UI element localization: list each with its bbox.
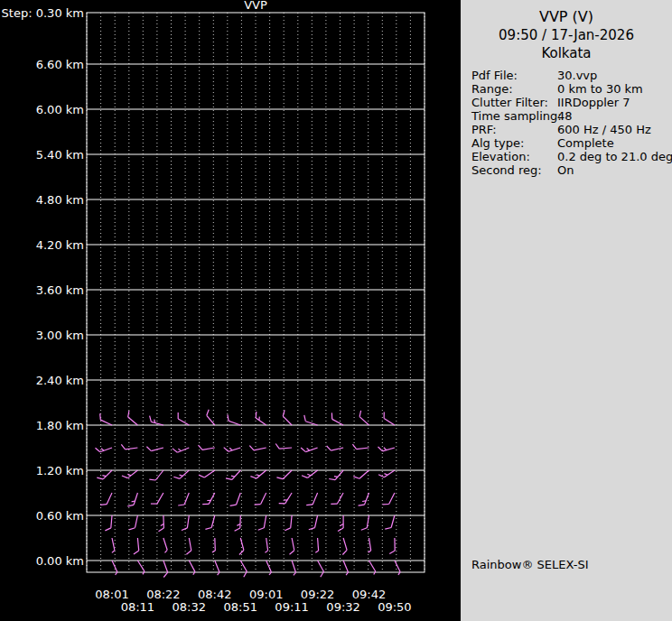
- field-label: Pdf File:: [471, 69, 557, 82]
- wind-barb: [178, 493, 189, 505]
- wind-barb: [290, 538, 294, 554]
- wind-barb: [342, 538, 347, 555]
- y-axis-label: 3.60 km: [36, 283, 84, 297]
- field-label: Clutter Filter:: [471, 96, 557, 109]
- wind-barb: [150, 416, 163, 425]
- wind-barb: [112, 561, 117, 575]
- wind-barb: [292, 561, 295, 575]
- y-axis-label: 6.60 km: [36, 58, 84, 71]
- wind-barb: [384, 412, 395, 425]
- field-value: On: [557, 163, 672, 177]
- wind-barb: [318, 561, 324, 577]
- wind-barb: [249, 446, 266, 450]
- wind-barb: [122, 470, 138, 478]
- y-axis-label: 6.00 km: [36, 103, 84, 116]
- wind-barb: [226, 470, 240, 479]
- wind-barb: [359, 493, 369, 505]
- x-axis-label: 09:32: [326, 600, 359, 614]
- wind-barb: [383, 493, 395, 505]
- wind-barb: [250, 470, 266, 478]
- wind-barb: [199, 445, 215, 450]
- wind-barb: [228, 414, 240, 425]
- wind-barb: [239, 538, 244, 555]
- wind-barb: [256, 412, 266, 425]
- wind-barb: [385, 515, 395, 529]
- x-axis-label: 09:01: [249, 588, 283, 601]
- x-axis-label: 09:11: [275, 600, 308, 614]
- field-label: Second reg:: [471, 163, 557, 177]
- wind-barb: [361, 515, 369, 530]
- x-axis-label: 08:22: [146, 588, 180, 601]
- wind-barb: [97, 470, 112, 479]
- wind-barb: [395, 561, 400, 575]
- vvp-window: 6.60 km6.00 km5.40 km4.80 km4.20 km3.60 …: [0, 0, 672, 621]
- wind-barb: [159, 515, 164, 532]
- wind-barb: [146, 447, 163, 451]
- wind-barb: [378, 447, 395, 451]
- wind-barb: [149, 470, 163, 480]
- field-label: Range:: [471, 82, 557, 96]
- wind-barb: [163, 561, 168, 578]
- wind-barb: [134, 538, 139, 554]
- panel-fields: Pdf File:30.vvpRange:0 km to 30 kmClutte…: [461, 69, 672, 177]
- wind-barb: [279, 493, 292, 504]
- wind-barb: [306, 493, 317, 505]
- x-axis-label: 08:42: [198, 588, 231, 601]
- step-label: Step: 0.30 km: [2, 6, 84, 20]
- wind-barb: [128, 411, 138, 425]
- wind-barb: [230, 493, 241, 505]
- field-value: 600 Hz / 450 Hz: [557, 123, 672, 136]
- wind-barb: [163, 538, 167, 552]
- wind-barb: [301, 448, 318, 452]
- wind-barb: [352, 444, 369, 450]
- wind-barb: [235, 515, 241, 531]
- wind-barb: [353, 470, 369, 478]
- wind-barb: [151, 493, 163, 504]
- field-value: 0 km to 30 km: [557, 82, 672, 96]
- y-axis-label: 0.00 km: [36, 554, 84, 568]
- field-label: Time sampling:: [471, 109, 557, 123]
- wind-barb: [121, 444, 137, 450]
- wind-barb: [331, 412, 343, 425]
- wind-barb: [105, 515, 112, 531]
- wind-barb: [100, 493, 112, 505]
- y-axis-label: 1.80 km: [36, 419, 84, 432]
- y-axis-label: 2.40 km: [36, 374, 84, 387]
- x-axis-label: 09:22: [301, 588, 334, 601]
- wind-barb: [199, 470, 215, 477]
- wind-barb: [285, 515, 292, 531]
- field-value: IIRDoppler 7: [557, 96, 672, 109]
- wind-barb: [378, 470, 395, 477]
- chart-title: VVP: [244, 0, 267, 12]
- wind-barb: [343, 561, 348, 575]
- wind-barb: [258, 515, 266, 530]
- wind-barb: [173, 470, 189, 478]
- wind-barb: [202, 493, 215, 505]
- wind-barb: [309, 515, 318, 530]
- x-axis-label: 08:01: [95, 588, 128, 601]
- wind-barb: [205, 515, 214, 529]
- wind-barb: [304, 415, 318, 425]
- y-axis-label: 3.00 km: [36, 329, 84, 342]
- wind-barb: [389, 538, 395, 554]
- wind-barb: [302, 470, 318, 477]
- wind-barb: [329, 470, 343, 480]
- x-axis-label: 09:42: [352, 588, 386, 601]
- wind-barb: [100, 413, 112, 425]
- x-axis-label: 09:50: [378, 600, 411, 614]
- wind-barb: [112, 538, 115, 552]
- y-axis-label: 0.60 km: [36, 509, 84, 523]
- brand-footer: Rainbow® SELEX-SI: [471, 558, 589, 571]
- field-value: 0.2 deg to 21.0 deg: [557, 150, 672, 163]
- wind-barb: [276, 470, 292, 479]
- x-axis-label: 08:51: [224, 600, 257, 614]
- panel-title: VVP (V): [461, 8, 672, 25]
- field-label: Alg type:: [471, 136, 557, 150]
- x-axis-label: 08:32: [173, 600, 206, 614]
- wind-barb: [331, 493, 343, 504]
- panel-datetime: 09:50 / 17-Jan-2026: [461, 27, 672, 43]
- wind-barb: [338, 515, 343, 532]
- wind-barb: [283, 410, 292, 425]
- vvp-chart: 6.60 km6.00 km5.40 km4.80 km4.20 km3.60 …: [0, 0, 461, 621]
- wind-barb: [173, 448, 189, 452]
